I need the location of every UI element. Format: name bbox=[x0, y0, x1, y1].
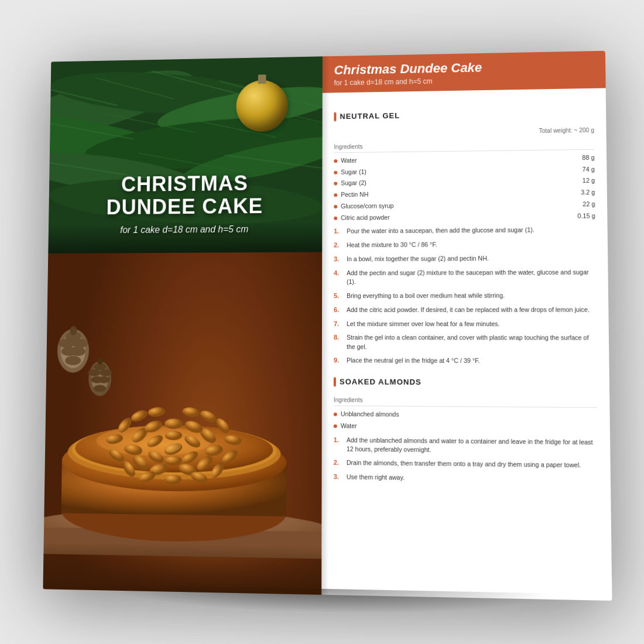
neutral-gel-ingredients: Total weight: ~ 200 g Ingredients Water … bbox=[334, 126, 595, 224]
cake-image bbox=[43, 304, 322, 559]
bullet-sugar1 bbox=[334, 170, 337, 174]
left-page-background: CHRISTMAS DUNDEE CAKE for 1 cake d=18 cm… bbox=[43, 56, 322, 595]
bullet-water bbox=[334, 159, 337, 163]
step-6: 6. Add the citric acid powder. If desire… bbox=[334, 305, 597, 314]
svg-point-77 bbox=[129, 408, 149, 424]
step-9: 9. Place the neutral gel in the fridge a… bbox=[334, 356, 597, 366]
bullet-sugar2 bbox=[334, 182, 337, 186]
step-7: 7. Let the mixture simmer over low heat … bbox=[334, 319, 597, 328]
bullet-water-almonds bbox=[334, 424, 337, 428]
section-title-neutral-gel: NEUTRAL GEL bbox=[334, 107, 594, 122]
book: CHRISTMAS DUNDEE CAKE for 1 cake d=18 cm… bbox=[43, 51, 612, 601]
bottom-overlay bbox=[43, 542, 321, 595]
almonds-step-3: 3. Use them right away. bbox=[334, 472, 598, 485]
recipe-body: NEUTRAL GEL Total weight: ~ 200 g Ingred… bbox=[321, 88, 611, 500]
ingredients-header-row: Ingredients bbox=[334, 138, 594, 153]
section-soaked-almonds: SOAKED ALMONDS Ingredients Unblanched al… bbox=[334, 376, 598, 485]
bullet-almonds bbox=[334, 413, 337, 416]
almonds-ingredients-header: Ingredients bbox=[334, 395, 598, 408]
left-page: CHRISTMAS DUNDEE CAKE for 1 cake d=18 cm… bbox=[43, 56, 322, 595]
step-2: 2. Heat the mixture to 30 °C / 86 °F. bbox=[334, 239, 595, 251]
step-3: 3. In a bowl, mix together the sugar (2)… bbox=[334, 254, 595, 264]
left-page-title: CHRISTMAS DUNDEE CAKE for 1 cake d=18 cm… bbox=[65, 171, 304, 235]
svg-point-80 bbox=[198, 409, 218, 424]
section-title-soaked-almonds: SOAKED ALMONDS bbox=[334, 376, 597, 389]
svg-point-79 bbox=[181, 406, 200, 418]
bullet-glucose bbox=[334, 205, 337, 208]
ingredient-water-almonds: Water bbox=[334, 420, 598, 434]
cake-title-line1: CHRISTMAS bbox=[66, 171, 304, 196]
spine-shadow bbox=[321, 56, 330, 595]
step-8: 8. Strain the gel into a clean container… bbox=[334, 333, 597, 351]
bullet-pectin bbox=[334, 193, 337, 197]
section-neutral-gel: NEUTRAL GEL Total weight: ~ 200 g Ingred… bbox=[334, 107, 597, 366]
step-5: 5. Bring everything to a boil over mediu… bbox=[334, 291, 596, 301]
step-1: 1. Pour the water into a saucepan, then … bbox=[334, 225, 595, 237]
total-weight: Total weight: ~ 200 g bbox=[334, 126, 594, 138]
bullet-citric bbox=[334, 216, 337, 220]
cake-title-line2: DUNDEE CAKE bbox=[66, 194, 305, 218]
cake-subtitle: for 1 cake d=18 cm and h=5 cm bbox=[65, 224, 304, 235]
svg-point-78 bbox=[148, 406, 166, 418]
almonds-step-2: 2. Drain the almonds, then transfer them… bbox=[334, 458, 598, 471]
almonds-step-1: 1. Add the unblanched almonds and water … bbox=[334, 436, 598, 456]
soaked-almonds-ingredients: Ingredients Unblanched almonds Water bbox=[334, 395, 598, 434]
right-page: Christmas Dundee Cake for 1 cake d=18 cm… bbox=[321, 51, 612, 601]
ingredient-citric: Citric acid powder 0.15 g bbox=[334, 210, 595, 224]
recipe-header: Christmas Dundee Cake for 1 cake d=18 cm… bbox=[323, 51, 606, 93]
step-4: 4. Add the pectin and sugar (2) mixture … bbox=[334, 268, 596, 287]
